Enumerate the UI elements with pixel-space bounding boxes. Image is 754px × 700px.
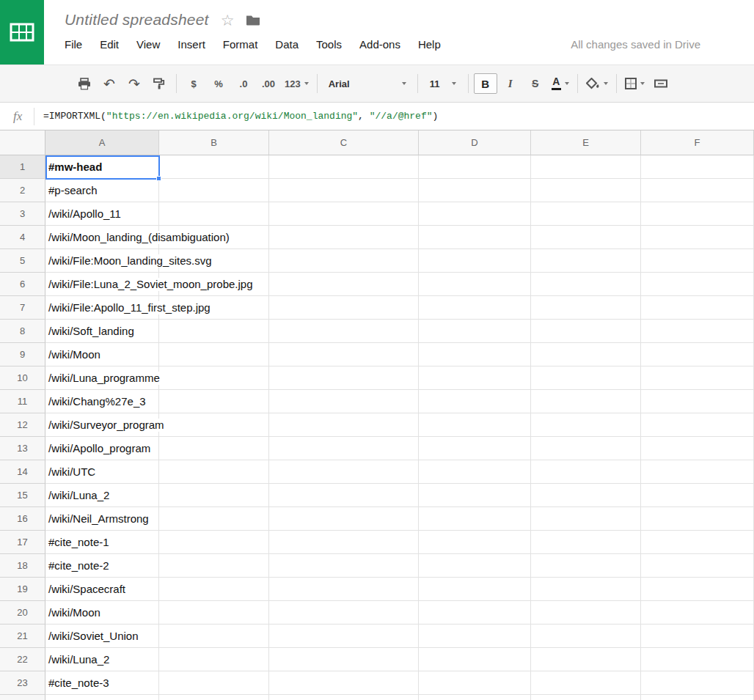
cell-A23[interactable]: #cite_note-3 bbox=[45, 671, 159, 695]
cell-B17[interactable] bbox=[159, 531, 269, 554]
cell-F5[interactable] bbox=[641, 249, 754, 273]
cell-C7[interactable] bbox=[269, 296, 419, 320]
star-icon[interactable]: ☆ bbox=[221, 12, 235, 28]
folder-icon[interactable] bbox=[246, 14, 260, 26]
cell-E23[interactable] bbox=[531, 671, 641, 695]
row-header-8[interactable]: 8 bbox=[0, 320, 45, 343]
cell-B3[interactable] bbox=[159, 202, 269, 226]
redo-button[interactable]: ↷ bbox=[122, 73, 146, 94]
menu-format[interactable]: Format bbox=[214, 38, 267, 51]
print-button[interactable] bbox=[73, 73, 96, 94]
cell-D1[interactable] bbox=[419, 155, 531, 179]
cell-F21[interactable] bbox=[641, 625, 754, 648]
fill-color-button[interactable] bbox=[583, 73, 611, 94]
cell-E16[interactable] bbox=[531, 507, 641, 531]
row-header-23[interactable]: 23 bbox=[0, 671, 45, 695]
column-header-B[interactable]: B bbox=[159, 130, 269, 155]
cell-B9[interactable] bbox=[159, 343, 269, 366]
cell-B11[interactable] bbox=[159, 390, 269, 413]
cell-F12[interactable] bbox=[641, 413, 754, 437]
menu-help[interactable]: Help bbox=[409, 38, 450, 51]
row-header-18[interactable]: 18 bbox=[0, 554, 45, 578]
cell-C11[interactable] bbox=[269, 390, 419, 413]
row-header-6[interactable]: 6 bbox=[0, 273, 45, 296]
decrease-decimal-button[interactable]: .0 bbox=[232, 73, 255, 94]
cell-A10[interactable]: /wiki/Luna_programme bbox=[45, 366, 159, 390]
cell-F1[interactable] bbox=[641, 155, 754, 179]
row-header-13[interactable]: 13 bbox=[0, 437, 45, 460]
cell-B8[interactable] bbox=[159, 320, 269, 343]
cell-F11[interactable] bbox=[641, 390, 754, 413]
cell-A8[interactable]: /wiki/Soft_landing bbox=[45, 320, 159, 343]
cell-C13[interactable] bbox=[269, 437, 419, 460]
cell-C5[interactable] bbox=[269, 249, 419, 273]
cell-C8[interactable] bbox=[269, 320, 419, 343]
cell-A9[interactable]: /wiki/Moon bbox=[45, 343, 159, 366]
cell-D22[interactable] bbox=[419, 648, 531, 671]
cell-A13[interactable]: /wiki/Apollo_program bbox=[45, 437, 159, 460]
cell-E8[interactable] bbox=[531, 320, 641, 343]
cell-D23[interactable] bbox=[419, 671, 531, 695]
menu-insert[interactable]: Insert bbox=[169, 38, 214, 51]
formula-text[interactable]: =IMPORTXML("https://en.wikipedia.org/wik… bbox=[43, 111, 438, 122]
menu-edit[interactable]: Edit bbox=[91, 38, 128, 51]
cell-C21[interactable] bbox=[269, 625, 419, 648]
menu-tools[interactable]: Tools bbox=[307, 38, 351, 51]
cell-F13[interactable] bbox=[641, 437, 754, 460]
row-header-2[interactable]: 2 bbox=[0, 179, 45, 202]
cell-D20[interactable] bbox=[419, 601, 531, 625]
merge-cells-button[interactable] bbox=[649, 73, 673, 94]
cell-D2[interactable] bbox=[419, 179, 531, 202]
row-header-24[interactable]: 24 bbox=[0, 695, 45, 700]
paint-format-button[interactable] bbox=[147, 73, 171, 94]
cell-B23[interactable] bbox=[159, 671, 269, 695]
cell-E15[interactable] bbox=[531, 484, 641, 507]
cell-F3[interactable] bbox=[641, 202, 754, 226]
fill-handle[interactable] bbox=[156, 176, 161, 181]
cell-D9[interactable] bbox=[419, 343, 531, 366]
cell-B21[interactable] bbox=[159, 625, 269, 648]
cell-B10[interactable] bbox=[159, 366, 269, 390]
cell-F6[interactable] bbox=[641, 273, 754, 296]
cell-E22[interactable] bbox=[531, 648, 641, 671]
cell-E1[interactable] bbox=[531, 155, 641, 179]
cell-A14[interactable]: /wiki/UTC bbox=[45, 460, 159, 484]
cell-D8[interactable] bbox=[419, 320, 531, 343]
cell-E9[interactable] bbox=[531, 343, 641, 366]
increase-decimal-button[interactable]: .00 bbox=[257, 73, 280, 94]
cell-A1[interactable]: #mw-head bbox=[45, 155, 159, 179]
cell-A16[interactable]: /wiki/Neil_Armstrong bbox=[45, 507, 159, 531]
format-currency-button[interactable]: $ bbox=[182, 73, 205, 94]
cell-D14[interactable] bbox=[419, 460, 531, 484]
cell-E3[interactable] bbox=[531, 202, 641, 226]
cell-E11[interactable] bbox=[531, 390, 641, 413]
cell-B2[interactable] bbox=[159, 179, 269, 202]
row-header-1[interactable]: 1 bbox=[0, 155, 45, 179]
sheets-logo-link[interactable] bbox=[0, 0, 44, 65]
row-header-14[interactable]: 14 bbox=[0, 460, 45, 484]
row-header-10[interactable]: 10 bbox=[0, 366, 45, 390]
cell-B15[interactable] bbox=[159, 484, 269, 507]
column-header-A[interactable]: A bbox=[45, 130, 159, 155]
cell-F8[interactable] bbox=[641, 320, 754, 343]
cell-D3[interactable] bbox=[419, 202, 531, 226]
cell-F24[interactable] bbox=[641, 695, 754, 700]
cell-A12[interactable]: /wiki/Surveyor_program bbox=[45, 413, 159, 437]
cell-D12[interactable] bbox=[419, 413, 531, 437]
italic-button[interactable]: I bbox=[499, 73, 522, 94]
format-percent-button[interactable]: % bbox=[207, 73, 230, 94]
row-header-9[interactable]: 9 bbox=[0, 343, 45, 366]
cell-E24[interactable] bbox=[531, 695, 641, 700]
cell-B22[interactable] bbox=[159, 648, 269, 671]
cell-E18[interactable] bbox=[531, 554, 641, 578]
cell-E13[interactable] bbox=[531, 437, 641, 460]
cell-A6[interactable]: /wiki/File:Luna_2_Soviet_moon_probe.jpg bbox=[45, 273, 159, 296]
cell-D18[interactable] bbox=[419, 554, 531, 578]
row-header-22[interactable]: 22 bbox=[0, 648, 45, 671]
cell-D19[interactable] bbox=[419, 578, 531, 601]
row-header-21[interactable]: 21 bbox=[0, 625, 45, 648]
cell-C22[interactable] bbox=[269, 648, 419, 671]
cell-C2[interactable] bbox=[269, 179, 419, 202]
cell-F15[interactable] bbox=[641, 484, 754, 507]
cell-B24[interactable] bbox=[159, 695, 269, 700]
